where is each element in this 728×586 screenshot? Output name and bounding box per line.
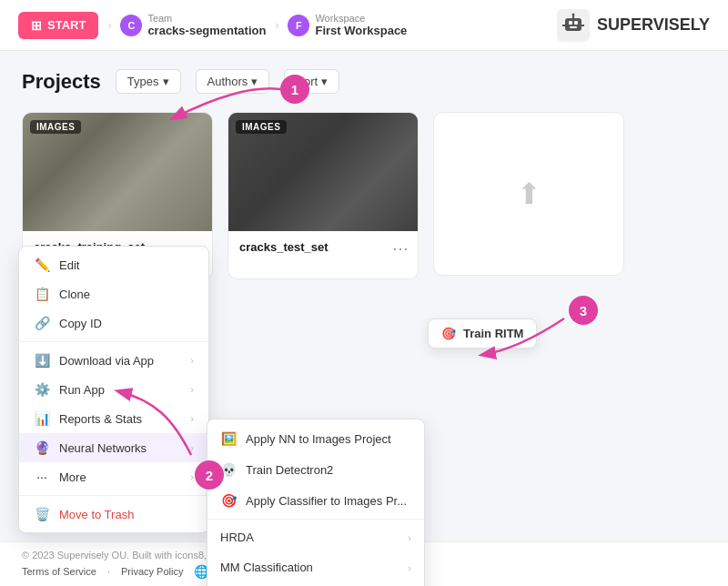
svg-rect-3	[574, 21, 578, 25]
ctx-edit[interactable]: ✏️ Edit	[19, 250, 208, 279]
ctx-arrow-nn: ›	[190, 442, 194, 453]
ritm-tooltip-icon: 🎯	[441, 327, 456, 340]
authors-filter[interactable]: Authors ▾	[196, 69, 270, 94]
ctx-divider-1	[19, 341, 208, 342]
breadcrumbs: ⊞ START › C Team cracks-segmentation › F…	[18, 12, 407, 39]
image-badge-2: IMAGES	[236, 120, 287, 134]
topbar: ⊞ START › C Team cracks-segmentation › F…	[0, 0, 728, 51]
upload-card[interactable]: ⬆	[433, 112, 624, 276]
sub-arrow-mmclass: ›	[408, 562, 411, 573]
start-button[interactable]: ⊞ START	[18, 12, 98, 39]
apply-nn-icon: 🖼️	[220, 431, 237, 446]
page-header: Projects Types ▾ Authors ▾ Sort ▾	[22, 69, 706, 94]
classifier-icon: 🎯	[220, 493, 237, 508]
supervisely-logo: SUPERVISELY	[557, 9, 710, 42]
chevron-icon-2: ›	[275, 19, 278, 32]
sub-hrda[interactable]: HRDA ›	[207, 522, 424, 552]
callout-2: 2	[195, 460, 224, 490]
project-card-2: IMAGES cracks_test_set ⋯	[228, 112, 419, 279]
team-avatar: C	[120, 15, 142, 36]
chevron-down-icon-2: ▾	[251, 75, 258, 88]
sub-divider-1	[207, 519, 424, 520]
privacy-link[interactable]: Privacy Policy	[121, 566, 183, 577]
project-title-2: cracks_test_set	[239, 240, 407, 254]
sub-arrow-hrda: ›	[408, 532, 411, 543]
image-badge-1: IMAGES	[30, 120, 81, 134]
ctx-copy-id[interactable]: 🔗 Copy ID	[19, 308, 208, 338]
reports-icon: 📊	[34, 411, 50, 426]
clone-icon: 📋	[34, 287, 50, 301]
breadcrumb-team: C Team cracks-segmentation	[120, 13, 266, 37]
upload-icon: ⬆	[517, 177, 541, 211]
svg-rect-1	[565, 18, 581, 31]
ritm-tooltip: 🎯 Train RITM	[428, 318, 537, 349]
team-name: cracks-segmentation	[147, 24, 266, 37]
grid-icon: ⊞	[31, 18, 42, 33]
workspace-avatar: F	[288, 15, 309, 36]
context-menu: ✏️ Edit 📋 Clone 🔗 Copy ID ⬇️ Download vi…	[18, 246, 209, 533]
ctx-neural-networks[interactable]: 🔮 Neural Networks ›	[19, 433, 208, 462]
breadcrumb-workspace: F Workspace First Workspace	[288, 13, 407, 37]
callout-3: 3	[569, 296, 598, 325]
workspace-name: First Workspace	[315, 24, 407, 37]
sub-mm-detection[interactable]: MM Detection ›	[207, 582, 424, 586]
context-menu-panel: ✏️ Edit 📋 Clone 🔗 Copy ID ⬇️ Download vi…	[18, 246, 209, 533]
page-title: Projects	[22, 70, 101, 94]
ctx-arrow-run: ›	[190, 384, 194, 395]
project-card-body-2: cracks_test_set	[228, 231, 418, 267]
workspace-label: Workspace	[315, 13, 407, 24]
edit-icon: ✏️	[34, 258, 50, 272]
ctx-trash[interactable]: 🗑️ Move to Trash	[19, 500, 208, 529]
sub-apply-nn[interactable]: 🖼️ Apply NN to Images Project	[207, 423, 424, 454]
sub-apply-classifier[interactable]: 🎯 Apply Classifier to Images Pr...	[207, 485, 424, 516]
ctx-arrow-download: ›	[190, 355, 194, 366]
callout-1: 1	[280, 75, 309, 104]
ctx-download[interactable]: ⬇️ Download via App ›	[19, 346, 208, 375]
more-icon: ···	[34, 470, 50, 484]
chevron-down-icon: ▾	[163, 75, 169, 88]
ctx-run-app[interactable]: ⚙️ Run App ›	[19, 375, 208, 404]
copy-icon: 🔗	[34, 316, 50, 330]
project-image-1: IMAGES	[23, 113, 212, 231]
ctx-more[interactable]: ··· More ›	[19, 462, 208, 491]
project-more-button-2[interactable]: ⋯	[392, 240, 409, 257]
ctx-arrow-reports: ›	[190, 413, 194, 424]
submenu-nn: 🖼️ Apply NN to Images Project 💀 Train De…	[207, 419, 425, 586]
ctx-divider-2	[19, 495, 208, 496]
download-icon: ⬇️	[34, 353, 50, 368]
ctx-clone[interactable]: 📋 Clone	[19, 279, 208, 308]
svg-rect-4	[570, 26, 577, 28]
chevron-down-icon-3: ▾	[321, 75, 328, 88]
ctx-arrow-more: ›	[190, 471, 194, 482]
sub-mm-class[interactable]: MM Classification ›	[207, 552, 424, 582]
chevron-icon-1: ›	[107, 19, 111, 32]
run-icon: ⚙️	[34, 382, 50, 397]
sub-train-detectron[interactable]: 💀 Train Detectron2	[207, 454, 424, 485]
ctx-reports[interactable]: 📊 Reports & Stats ›	[19, 404, 208, 433]
svg-point-6	[571, 13, 574, 15]
robot-icon	[557, 9, 590, 42]
terms-link[interactable]: Terms of Service	[22, 566, 96, 577]
types-filter[interactable]: Types ▾	[116, 69, 181, 94]
svg-rect-2	[569, 21, 572, 25]
trash-icon: 🗑️	[34, 507, 50, 521]
logo-text: SUPERVISELY	[597, 15, 710, 35]
project-image-2: IMAGES	[228, 113, 418, 231]
team-label: Team	[147, 13, 266, 24]
ritm-tooltip-label: Train RITM	[463, 327, 523, 340]
nn-icon: 🔮	[34, 440, 50, 455]
